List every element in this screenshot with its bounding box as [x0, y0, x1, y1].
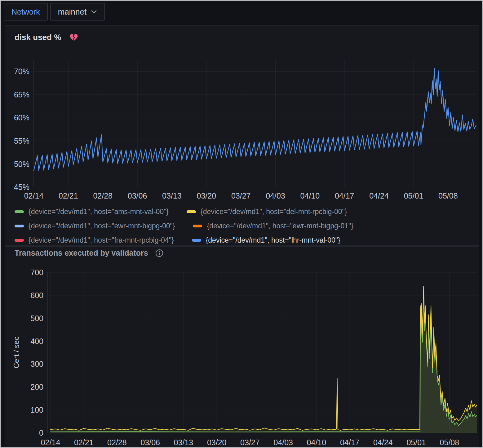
- y-tick-label: 55%: [14, 137, 29, 145]
- x-tick-label: 04/17: [335, 191, 354, 200]
- x-tick-label: 04/10: [307, 438, 326, 447]
- panel-transactions-header: Transactions executed by validators: [5, 247, 479, 258]
- series-line-validator-certs-green: [51, 296, 477, 432]
- series-line-rpc-certs-yellow: [51, 286, 477, 430]
- y-axis-title: Cert / sec: [12, 337, 20, 369]
- x-tick-label: 04/24: [369, 191, 389, 200]
- x-tick-label: 03/06: [128, 191, 147, 200]
- legend-series-label: {device="/dev/md1", host="ewr-mnt-bigpg-…: [29, 222, 175, 230]
- variables-bar: Network mainnet: [4, 3, 105, 20]
- legend-series-label: {device="/dev/md1", host="fra-mnt-rpcbig…: [29, 236, 174, 244]
- y-tick-label: 70%: [14, 67, 29, 76]
- chevron-down-icon: [91, 10, 97, 14]
- y-tick-label: 0: [39, 428, 43, 437]
- info-icon[interactable]: [155, 249, 164, 258]
- network-variable-label: Network: [4, 3, 48, 20]
- gridlines: [34, 60, 476, 187]
- legend-row: {device="/dev/md1", host="ewr-mnt-bigpg-…: [15, 219, 371, 233]
- x-tick-label: 05/08: [440, 438, 459, 447]
- legend-row: {device="/dev/md1", host="fra-mnt-rpcbig…: [15, 233, 371, 247]
- y-tick-label: 60%: [14, 113, 29, 122]
- legend-series-label: {device="/dev/md1", host="ams-mnt-val-00…: [29, 208, 169, 216]
- panel-title[interactable]: disk used %: [15, 33, 61, 42]
- legend-series-color-chip: [15, 210, 24, 213]
- axis-labels: 45%50%55%60%65%70%02/1402/2102/2803/0603…: [14, 67, 458, 200]
- legend-item[interactable]: {device="/dev/md1", host="del-mnt-rpcbig…: [187, 208, 347, 216]
- disk-used-legend: {device="/dev/md1", host="ams-mnt-val-00…: [15, 204, 371, 247]
- legend-series-label: {device="/dev/md1", host="lhr-mnt-val-00…: [206, 236, 340, 244]
- disk-used-chart[interactable]: 45%50%55%60%65%70%02/1402/2102/2803/0603…: [10, 55, 478, 201]
- network-variable-dropdown[interactable]: mainnet: [50, 3, 105, 20]
- y-tick-label: 200: [30, 383, 43, 391]
- x-tick-label: 02/21: [59, 191, 78, 200]
- y-tick-label: 50%: [14, 160, 29, 168]
- x-tick-label: 04/17: [340, 438, 360, 447]
- x-tick-label: 02/28: [93, 191, 113, 200]
- y-tick-label: 600: [30, 291, 43, 300]
- x-tick-label: 03/27: [231, 191, 251, 200]
- legend-item[interactable]: {device="/dev/md1", host="ewr-mnt-bigpg-…: [15, 222, 175, 230]
- panel-disk-used-header: disk used %: [5, 26, 479, 42]
- x-tick-label: 04/24: [373, 438, 393, 447]
- legend-item[interactable]: {device="/dev/md1", host="lhr-mnt-val-00…: [192, 236, 340, 244]
- x-tick-label: 04/03: [273, 438, 293, 447]
- x-tick-label: 04/10: [300, 191, 320, 200]
- legend-item[interactable]: {device="/dev/md1", host="fra-mnt-rpcbig…: [15, 236, 174, 244]
- y-tick-label: 65%: [14, 90, 29, 99]
- broken-heart-icon: [69, 33, 78, 42]
- series-area-validator-certs-green: [51, 296, 477, 433]
- panel-transactions: Transactions executed by validators 0100…: [5, 246, 479, 448]
- y-tick-label: 300: [30, 360, 43, 368]
- legend-series-color-chip: [187, 210, 196, 213]
- legend-series-label: {device="/dev/md1", host="del-mnt-rpcbig…: [201, 208, 347, 216]
- y-tick-label: 700: [30, 268, 43, 277]
- x-tick-label: 02/14: [41, 438, 60, 447]
- legend-series-color-chip: [15, 239, 24, 242]
- x-tick-label: 03/27: [240, 438, 260, 447]
- x-tick-label: 03/06: [140, 438, 160, 447]
- x-tick-label: 03/13: [174, 438, 193, 447]
- legend-series-color-chip: [192, 239, 201, 242]
- x-tick-label: 03/13: [162, 191, 182, 200]
- series-area-rpc-certs-yellow: [51, 286, 477, 433]
- x-tick-label: 05/08: [438, 191, 458, 200]
- transactions-chart[interactable]: 010020030040050060070002/1402/2102/2803/…: [10, 268, 480, 448]
- legend-series-color-chip: [193, 225, 202, 227]
- y-tick-label: 500: [30, 314, 43, 323]
- x-tick-label: 02/14: [24, 191, 44, 200]
- legend-row: {device="/dev/md1", host="ams-mnt-val-00…: [15, 204, 371, 219]
- x-tick-label: 03/20: [197, 191, 216, 200]
- panel-title[interactable]: Transactions executed by validators: [15, 249, 148, 258]
- y-tick-label: 45%: [14, 183, 29, 191]
- x-tick-label: 05/01: [404, 191, 423, 200]
- legend-series-label: {device="/dev/md1", host="ewr-mnt-bigpg-…: [207, 222, 353, 230]
- panel-disk-used: disk used % 45%50%55%60%65%70%02/1402/21…: [5, 25, 479, 246]
- x-tick-label: 05/01: [406, 438, 426, 447]
- x-tick-label: 04/03: [266, 191, 285, 200]
- legend-series-color-chip: [15, 225, 24, 227]
- network-label-text: Network: [11, 7, 40, 16]
- y-tick-label: 400: [30, 337, 43, 346]
- x-tick-label: 02/28: [107, 438, 127, 447]
- x-tick-label: 03/20: [207, 438, 227, 447]
- x-tick-label: 02/21: [74, 438, 94, 447]
- axis-labels: 010020030040050060070002/1402/2102/2803/…: [12, 268, 459, 447]
- network-value-text: mainnet: [58, 7, 87, 17]
- grafana-dashboard: { "top_bar": { "network_label": "Network…: [0, 0, 483, 448]
- legend-item[interactable]: {device="/dev/md1", host="ewr-mnt-bigpg-…: [193, 222, 353, 230]
- legend-item[interactable]: {device="/dev/md1", host="ams-mnt-val-00…: [15, 208, 169, 216]
- gridlines: [47, 272, 477, 433]
- y-tick-label: 100: [30, 405, 43, 414]
- series-line-{device="/dev/md1", host="lhr-mnt-val-00"}: [34, 68, 476, 171]
